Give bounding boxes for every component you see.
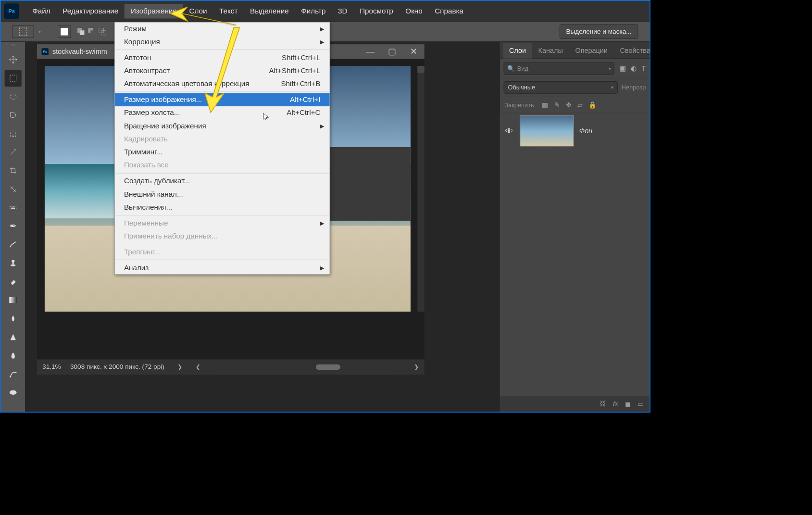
filter-image-icon[interactable]: ▣	[620, 64, 626, 73]
menu-item[interactable]: Вращение изображения▶	[115, 119, 330, 132]
menu-item-label: Автоконтраст	[124, 67, 170, 75]
select-and-mask-button[interactable]: Выделение и маска...	[560, 24, 638, 38]
selection-new-icon[interactable]	[58, 25, 71, 38]
window-maximize-icon[interactable]: ▢	[381, 44, 403, 59]
blur-tool[interactable]	[4, 310, 21, 327]
menu-item[interactable]: Создать дубликат...	[115, 175, 330, 188]
menu-фильтр[interactable]: Фильтр	[295, 4, 332, 18]
lock-brush-icon[interactable]: ✎	[554, 101, 560, 109]
brush-tool[interactable]	[4, 236, 21, 253]
stamp-tool[interactable]	[4, 254, 21, 271]
right-panels: СлоиКаналыОперацииСвойства 🔍 Вид ▾ ▣ ◐ T…	[500, 42, 650, 412]
pen-tool[interactable]	[4, 347, 21, 364]
lock-label: Закрепить:	[504, 101, 536, 108]
window-minimize-icon[interactable]: —	[360, 44, 381, 59]
crop-tool[interactable]	[4, 162, 21, 179]
healing-tool[interactable]: ✒	[4, 218, 21, 235]
lock-pixels-icon[interactable]: ▦	[542, 101, 548, 109]
horizontal-scrollbar[interactable]	[217, 364, 393, 370]
menu-просмотр[interactable]: Просмотр	[353, 4, 399, 18]
status-nav-left-icon[interactable]: ❮	[196, 364, 200, 370]
menu-item[interactable]: Коррекция▶	[115, 36, 330, 49]
search-icon: 🔍	[507, 65, 515, 72]
menu-item[interactable]: Анализ▶	[115, 261, 330, 274]
selection-subtract-icon[interactable]	[86, 26, 97, 37]
lasso-poly-tool[interactable]	[4, 107, 21, 124]
lock-all-icon[interactable]: 🔒	[588, 101, 597, 109]
expand-tools-icon[interactable]: ››	[8, 42, 19, 47]
menu-справка[interactable]: Справка	[428, 4, 469, 18]
visibility-eye-icon[interactable]: 👁	[504, 126, 514, 135]
menu-shortcut: Shift+Ctrl+L	[282, 53, 320, 62]
zoom-level[interactable]: 31,1%	[42, 363, 61, 371]
svg-point-14	[12, 260, 14, 263]
new-group-icon[interactable]: ▭	[637, 400, 644, 408]
layer-name[interactable]: Фон	[579, 127, 592, 135]
submenu-arrow-icon: ▶	[320, 39, 325, 45]
panel-tabs: СлоиКаналыОперацииСвойства	[500, 42, 650, 59]
status-nav-right2-icon[interactable]: ❯	[414, 364, 419, 370]
menu-shortcut: Alt+Ctrl+I	[290, 96, 320, 104]
gradient-tool[interactable]	[4, 291, 21, 308]
vertical-scrollbar[interactable]	[417, 66, 424, 312]
layer-row[interactable]: 👁 Фон	[500, 113, 650, 149]
selection-intersect-icon[interactable]	[97, 26, 108, 37]
layer-filter-search[interactable]: 🔍 Вид ▾	[504, 62, 614, 75]
panel-tab-0[interactable]: Слои	[503, 43, 532, 59]
menu-окно[interactable]: Окно	[399, 4, 428, 18]
menu-файл[interactable]: Файл	[26, 4, 56, 18]
menu-3d[interactable]: 3D	[332, 4, 353, 18]
frame-tool[interactable]	[4, 181, 21, 198]
tool-preset-picker[interactable]	[12, 25, 34, 38]
menu-item[interactable]: АвтотонShift+Ctrl+L	[115, 51, 330, 64]
move-tool[interactable]	[4, 51, 21, 68]
eraser-tool[interactable]	[4, 273, 21, 290]
path-tool[interactable]	[4, 365, 21, 382]
menu-item[interactable]: Тримминг...	[115, 146, 330, 159]
menu-item-label: Кадрировать	[124, 135, 168, 143]
lock-position-icon[interactable]: ✥	[566, 101, 571, 109]
menu-item[interactable]: Режим▶	[115, 22, 330, 35]
more-tool[interactable]	[4, 384, 21, 401]
lasso-tool[interactable]	[4, 88, 21, 105]
link-layers-icon[interactable]: ⛓	[600, 400, 606, 408]
panel-tab-3[interactable]: Свойства	[614, 43, 650, 59]
menu-item[interactable]: Автоматическая цветовая коррекцияShift+C…	[115, 77, 330, 90]
marquee-tool[interactable]	[4, 70, 21, 87]
menu-item[interactable]: АвтоконтрастAlt+Shift+Ctrl+L	[115, 64, 330, 77]
menu-item[interactable]: Вычисления...	[115, 201, 330, 214]
layer-fx-icon[interactable]: fx	[613, 400, 618, 408]
selection-mode-group	[75, 26, 108, 37]
menu-выделение[interactable]: Выделение	[244, 4, 295, 18]
panel-tab-2[interactable]: Операции	[569, 43, 614, 59]
window-close-icon[interactable]: ✕	[403, 44, 425, 59]
menu-редактирование[interactable]: Редактирование	[57, 4, 125, 18]
eyedropper-tool[interactable]	[4, 199, 21, 216]
menu-item: Кадрировать	[115, 133, 330, 146]
layer-thumbnail[interactable]	[520, 115, 574, 146]
lock-artboard-icon[interactable]: ▱	[577, 101, 582, 109]
svg-rect-11	[11, 208, 15, 209]
filter-adjust-icon[interactable]: ◐	[631, 64, 637, 73]
menu-текст[interactable]: Текст	[213, 4, 244, 18]
blend-mode-select[interactable]: Обычные ▾	[504, 81, 618, 94]
menubar: Ps ФайлРедактированиеИзображениеСлоиТекс…	[1, 1, 650, 22]
svg-rect-1	[80, 30, 85, 35]
filter-text-icon[interactable]: T	[641, 64, 646, 73]
quick-select-tool[interactable]	[4, 125, 21, 142]
menu-shortcut: Alt+Ctrl+C	[287, 109, 320, 117]
menu-item-label: Режим	[124, 25, 147, 33]
panel-tab-1[interactable]: Каналы	[532, 43, 569, 59]
menu-item[interactable]: Внешний канал...	[115, 188, 330, 201]
layer-mask-icon[interactable]: ◼	[625, 400, 630, 408]
wand-tool[interactable]	[4, 144, 21, 161]
menu-item-label: Создать дубликат...	[124, 177, 190, 186]
menu-слои[interactable]: Слои	[183, 4, 213, 18]
status-nav-right-icon[interactable]: ❯	[177, 364, 182, 370]
menu-item[interactable]: Размер холста...Alt+Ctrl+C	[115, 106, 330, 119]
selection-add-icon[interactable]	[75, 26, 86, 37]
dodge-tool[interactable]	[4, 328, 21, 345]
menu-изображение[interactable]: Изображение	[125, 4, 183, 18]
menu-item-label: Коррекция	[124, 38, 160, 46]
menu-item[interactable]: Размер изображения...Alt+Ctrl+I	[115, 93, 330, 106]
